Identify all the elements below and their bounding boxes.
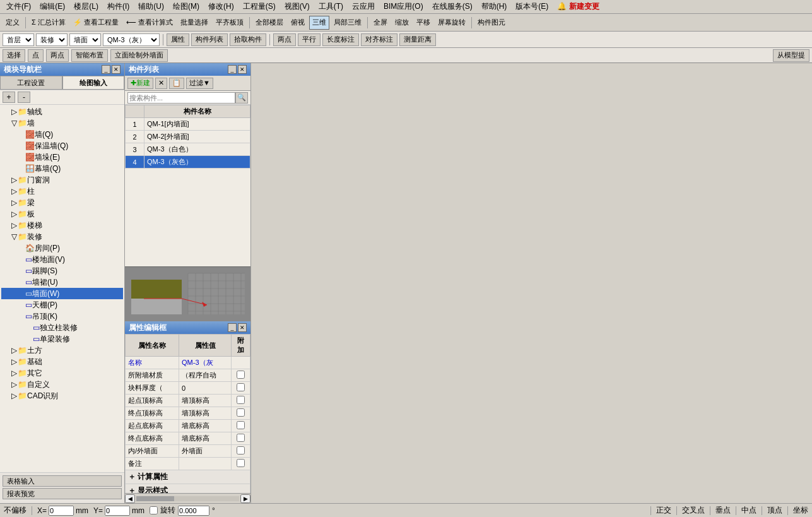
prop-checkbox-5[interactable]: [237, 421, 245, 429]
menu-newchange[interactable]: 🔔 新建变更: [553, 0, 603, 13]
tree-item-coldec[interactable]: ▭ 独立柱装修: [1, 322, 123, 333]
tree-item-curtain[interactable]: 🪟 幕墙(Q): [1, 163, 123, 174]
prop-value-2[interactable]: 0: [179, 382, 232, 395]
tb-pan[interactable]: 平移: [413, 16, 433, 30]
tree-item-foundation[interactable]: ▷ 📁 基础: [1, 356, 123, 367]
tree-item-beamdec[interactable]: ▭ 单梁装修: [1, 333, 123, 345]
prop-checkbox-2[interactable]: [237, 383, 245, 391]
menu-tools[interactable]: 工具(T): [315, 0, 347, 13]
floor-select[interactable]: 首层: [3, 33, 34, 46]
tree-toggle-wall[interactable]: ▽: [10, 119, 18, 128]
tb-allfloors[interactable]: 全部楼层: [252, 16, 286, 30]
tree-item-insulwall[interactable]: 🧱 保温墙(Q): [1, 140, 123, 152]
tb-viewqty[interactable]: ⚡ 查看工程量: [70, 16, 122, 30]
nav-min-btn[interactable]: _: [102, 65, 110, 74]
prop-checkbox-4[interactable]: [237, 408, 245, 417]
menu-component[interactable]: 构件(I): [103, 0, 133, 13]
nav-del-btn[interactable]: -: [18, 92, 30, 103]
comp-del-btn[interactable]: ✕: [155, 78, 167, 89]
comp-row-3[interactable]: 4 QM-3（灰色）: [126, 156, 250, 169]
prop-expand-label-1[interactable]: ＋ 显示样式: [126, 484, 250, 494]
nav-add-btn[interactable]: +: [3, 92, 15, 103]
tree-item-axis[interactable]: ▷ 📁 轴线: [1, 106, 123, 117]
tb2-twopoint[interactable]: 两点: [273, 33, 296, 46]
status-toppoint[interactable]: 顶点: [767, 505, 782, 516]
tree-item-wallduo[interactable]: 🧱 墙垛(E): [1, 152, 123, 163]
prop-checkbox-3[interactable]: [237, 396, 245, 404]
prop-checkbox-6[interactable]: [237, 434, 245, 442]
tree-item-slab[interactable]: ▷ 📁 板: [1, 208, 123, 220]
tb-topview[interactable]: 俯视: [288, 16, 308, 30]
tree-item-beam[interactable]: ▷ 📁 梁: [1, 197, 123, 208]
prop-value-1[interactable]: （程序自动: [179, 369, 232, 382]
menu-aux[interactable]: 辅助(U): [134, 0, 168, 13]
prop-row-6[interactable]: 终点底标高 墙底标高: [126, 432, 250, 445]
prop-check-6[interactable]: [232, 432, 250, 445]
prop-value-5[interactable]: 墙底标高: [179, 420, 232, 432]
tree-item-baseboard[interactable]: ▭ 踢脚(S): [1, 265, 123, 276]
menu-help[interactable]: 帮助(H): [478, 0, 511, 13]
prop-check-7[interactable]: [232, 445, 250, 458]
status-orthogonal[interactable]: 正交: [656, 505, 671, 516]
comp-row-2[interactable]: 3 QM-3（白色）: [126, 143, 250, 156]
wall-select[interactable]: 墙面: [69, 33, 101, 46]
tree-item-wallskirt[interactable]: ▭ 墙裙(U): [1, 276, 123, 288]
status-perpendicular[interactable]: 垂点: [715, 505, 731, 516]
status-coordinate[interactable]: 坐标: [793, 505, 808, 516]
menu-version[interactable]: 版本号(E): [512, 0, 552, 13]
tree-item-ceiling[interactable]: ▭ 天棚(P): [1, 299, 123, 311]
prop-value-8[interactable]: [179, 458, 232, 470]
tree-item-custom[interactable]: ▷ 📁 自定义: [1, 379, 123, 390]
decoration-select[interactable]: 装修: [36, 33, 68, 46]
prop-row-3[interactable]: 起点顶标高 墙顶标高: [126, 395, 250, 407]
tb2-alignmark[interactable]: 对齐标注: [361, 33, 397, 46]
prop-row-0[interactable]: 名称 QM-3（灰: [126, 357, 250, 369]
tree-item-room[interactable]: 🏠 房间(P): [1, 242, 123, 254]
tree-item-earthwork[interactable]: ▷ 📁 土方: [1, 345, 123, 356]
prop-hscroll[interactable]: ◀ ▶: [125, 493, 250, 503]
prop-checkbox-1[interactable]: [237, 371, 245, 379]
status-rotate-check[interactable]: [150, 506, 158, 514]
tree-item-other[interactable]: ▷ 📁 其它: [1, 367, 123, 379]
comp-copy-btn[interactable]: 📋: [169, 78, 184, 89]
tb3-drawwall[interactable]: 立面绘制外墙面: [110, 49, 168, 62]
tb2-pick[interactable]: 拾取构件: [230, 33, 266, 46]
tb3-smartplace[interactable]: 智能布置: [71, 49, 108, 62]
menu-online[interactable]: 在线服务(S): [428, 0, 476, 13]
tb-fullscreen[interactable]: 全屏: [370, 16, 391, 30]
prop-scroll-left[interactable]: ◀: [125, 494, 135, 503]
prop-value-6[interactable]: 墙底标高: [179, 432, 232, 445]
tb3-select[interactable]: 选择: [3, 49, 25, 62]
nav-close-btn[interactable]: ✕: [112, 65, 121, 74]
tree-item-suspended[interactable]: ▭ 吊顶(K): [1, 311, 123, 322]
prop-value-4[interactable]: 墙顶标高: [179, 407, 232, 420]
tb-viewformula[interactable]: ⟵ 查看计算式: [123, 16, 176, 30]
tree-item-wallface[interactable]: ▭ 墙面(W): [1, 288, 123, 299]
tb-3dview[interactable]: 三维: [309, 16, 329, 30]
prop-checkbox-8[interactable]: [237, 459, 245, 467]
menu-bim[interactable]: BIM应用(O): [380, 0, 427, 13]
prop-row-5[interactable]: 起点底标高 墙底标高: [126, 420, 250, 432]
menu-edit[interactable]: 编辑(E): [36, 0, 69, 13]
tb-define[interactable]: 定义: [3, 16, 23, 30]
tree-item-floorface[interactable]: ▭ 楼地面(V): [1, 254, 123, 265]
tb2-lenmark[interactable]: 长度标注: [322, 33, 359, 46]
prop-value-0[interactable]: QM-3（灰: [179, 357, 232, 369]
tb3-frommodel[interactable]: 从模型提: [773, 49, 809, 62]
menu-file[interactable]: 文件(F): [3, 0, 35, 13]
prop-row-4[interactable]: 终点顶标高 墙顶标高: [126, 407, 250, 420]
status-x-input[interactable]: [49, 506, 74, 516]
status-midpoint[interactable]: 中点: [741, 505, 756, 516]
comp-new-btn[interactable]: ✚新建: [127, 78, 153, 89]
tree-item-wall[interactable]: ▽ 📁 墙: [1, 117, 123, 129]
prop-expand-label-0[interactable]: ＋ 计算属性: [126, 470, 250, 484]
prop-min-btn[interactable]: _: [228, 323, 237, 332]
prop-check-5[interactable]: [232, 420, 250, 432]
prop-row-1[interactable]: 所附墙材质 （程序自动: [126, 369, 250, 382]
tree-item-wallq[interactable]: 🧱 墙(Q): [1, 129, 123, 140]
prop-close-btn[interactable]: ✕: [238, 323, 247, 332]
nav-table-input[interactable]: 表格输入: [3, 475, 122, 487]
comp-row-0[interactable]: 1 QM-1[内墙面]: [126, 118, 250, 131]
menu-modify[interactable]: 修改(H): [204, 0, 238, 13]
tb2-parallel[interactable]: 平行: [298, 33, 321, 46]
